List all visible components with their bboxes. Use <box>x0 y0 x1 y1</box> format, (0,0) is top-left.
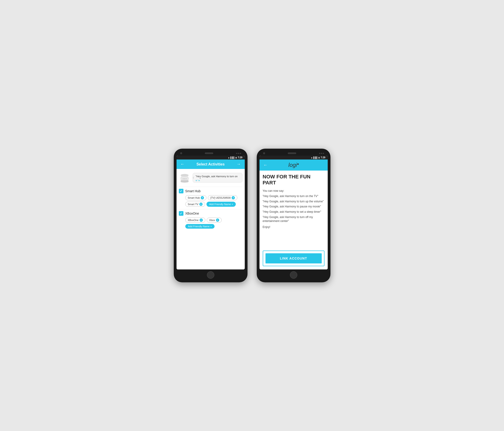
google-home-icon <box>179 171 190 184</box>
remove-tv[interactable]: × <box>232 196 235 199</box>
voice-command-5: "Hey Google, ask Harmony to turn off my … <box>263 215 324 223</box>
phone-dots-2 <box>319 153 324 154</box>
home-button-1[interactable] <box>207 271 214 279</box>
activity-name-xbox: XBoxOne <box>185 212 199 215</box>
activity-header-xbox: ✓ XBoxOne <box>179 211 243 216</box>
tag-smarthub: Smart Hub × <box>185 195 207 200</box>
wifi-icon: ▲ <box>228 156 230 159</box>
camera-2 <box>263 152 265 154</box>
dotted-placeholder: ...... <box>196 178 200 181</box>
activity-section-smarthub: ✓ Smart Hub Smart Hub × [TV] UE55JS8500 … <box>179 189 243 207</box>
tags-row-xbox-2: Add Friendly Name + <box>179 224 243 229</box>
remove-xboxone[interactable]: × <box>199 218 203 222</box>
tags-row-smarthub-1: Smart Hub × [TV] UE55JS8500 × <box>179 195 243 200</box>
logi-logo: logi <box>288 162 298 168</box>
back-button-2[interactable]: ← <box>263 163 268 168</box>
remove-smarttv[interactable]: × <box>199 203 203 206</box>
checkbox-smarthub[interactable]: ✓ <box>179 189 183 193</box>
status-bar-1: ▲ ▌▌▌ ▮ 7:29 <box>177 156 245 160</box>
tag-label-xbox: Xbox <box>209 219 215 222</box>
camera-1 <box>180 152 182 154</box>
svg-point-3 <box>183 178 183 179</box>
svg-rect-6 <box>180 180 189 182</box>
phone-bottom-2 <box>260 269 328 279</box>
voice-command-2: "Hey Google, ask Harmony to turn up the … <box>263 200 324 204</box>
link-account-button[interactable]: LINK ACCOUNT <box>265 253 322 263</box>
activity-header-smarthub: ✓ Smart Hub <box>179 189 243 193</box>
screen-2: ▲ ▌▌▌ ▮ 7:29 ← logi NOW FOR THE FUN PART… <box>260 156 328 269</box>
status-bar-2: ▲ ▌▌▌ ▮ 7:29 <box>260 156 328 160</box>
speaker-2 <box>288 153 296 154</box>
logi-text: logi <box>288 162 297 168</box>
phone-2: ▲ ▌▌▌ ▮ 7:29 ← logi NOW FOR THE FUN PART… <box>257 149 331 282</box>
dot-2 <box>238 153 239 154</box>
tags-row-smarthub-2: Smart TV × Add Friendly Name + <box>179 202 243 207</box>
checkmark-smarthub: ✓ <box>180 189 182 193</box>
checkbox-xbox[interactable]: ✓ <box>179 211 183 216</box>
tag-smarttv: Smart TV × <box>185 202 205 207</box>
link-account-container: LINK ACCOUNT <box>263 251 324 266</box>
screen-1: ▲ ▌▌▌ ▮ 7:29 ← Select Activities → <box>177 156 245 269</box>
tags-row-xbox-1: XBoxOne × Xbox × <box>179 218 243 223</box>
dot-4 <box>319 153 320 154</box>
home-button-2[interactable] <box>290 271 297 279</box>
add-friendly-smarthub[interactable]: Add Friendly Name + <box>207 202 236 207</box>
screen2-content: NOW FOR THE FUN PART You can now say: "H… <box>260 171 328 269</box>
app-bar-2: ← logi <box>260 160 328 171</box>
dot-1 <box>236 153 237 154</box>
tag-xbox: Xbox × <box>207 218 222 223</box>
tag-label-xboxone: XBoxOne <box>188 219 199 222</box>
app-bar-1: ← Select Activities → <box>177 160 245 169</box>
you-can-say: You can now say: <box>263 189 324 192</box>
voice-command-1: "Hey Google, ask Harmony to turn on the … <box>263 194 324 198</box>
wifi-icon-2: ▲ <box>311 156 313 159</box>
phone-top-bar-2 <box>260 152 328 156</box>
hey-google-bubble: "Hey Google, ask Harmony to turn on ....… <box>193 173 243 182</box>
tag-label-smarttv: Smart TV <box>188 203 198 206</box>
divider-2 <box>179 209 243 209</box>
phone-dots-1 <box>236 153 241 154</box>
logi-logo-container: logi <box>268 162 319 168</box>
logi-dot <box>297 163 299 165</box>
phone-top-bar-1 <box>177 152 245 156</box>
screen1-content: "Hey Google, ask Harmony to turn on ....… <box>177 169 245 269</box>
battery-icon: ▮ <box>235 156 237 159</box>
battery-icon-2: ▮ <box>318 156 320 159</box>
phone-1: ▲ ▌▌▌ ▮ 7:29 ← Select Activities → <box>174 149 248 282</box>
signal-icon-2: ▌▌▌ <box>313 156 318 159</box>
status-icons-2: ▲ ▌▌▌ ▮ <box>311 156 320 159</box>
tag-tv: [TV] UE55JS8500 × <box>208 195 237 200</box>
status-time-2: 7:29 <box>321 156 325 159</box>
enjoy-text: Enjoy! <box>263 225 324 229</box>
phone-bottom-1 <box>177 269 245 279</box>
tag-xboxone: XBoxOne × <box>185 218 205 223</box>
tag-label-tv: [TV] UE55JS8500 <box>210 196 231 199</box>
fun-part-title: NOW FOR THE FUN PART <box>263 174 324 186</box>
speaker-1 <box>205 153 213 154</box>
dot-3 <box>240 153 241 154</box>
bubble-text: "Hey Google, ask Harmony to turn on ....… <box>196 175 238 181</box>
google-home-banner: "Hey Google, ask Harmony to turn on ....… <box>179 171 243 184</box>
voice-command-3: "Hey Google, ask Harmony to pause my mov… <box>263 205 324 209</box>
remove-smarthub[interactable]: × <box>201 196 204 199</box>
svg-point-5 <box>186 178 186 179</box>
status-time-1: 7:29 <box>238 156 242 159</box>
activity-name-smarthub: Smart Hub <box>185 189 201 193</box>
back-button-1[interactable]: ← <box>180 162 185 167</box>
tag-label-smarthub: Smart Hub <box>188 196 200 199</box>
activity-section-xbox: ✓ XBoxOne XBoxOne × Xbox × Add Friendly … <box>179 211 243 229</box>
remove-xbox[interactable]: × <box>216 218 219 222</box>
forward-button-1[interactable]: → <box>236 162 242 167</box>
dot-5 <box>321 153 322 154</box>
status-icons-1: ▲ ▌▌▌ ▮ <box>228 156 237 159</box>
signal-icon: ▌▌▌ <box>230 156 235 159</box>
screen-title-1: Select Activities <box>185 162 236 166</box>
add-friendly-xbox[interactable]: Add Friendly Name + <box>185 224 215 229</box>
svg-point-4 <box>184 178 185 179</box>
voice-command-4: "Hey Google, ask Harmony to set a sleep … <box>263 210 324 214</box>
dot-6 <box>323 153 324 154</box>
checkmark-xbox: ✓ <box>180 212 182 215</box>
svg-point-2 <box>180 174 189 177</box>
